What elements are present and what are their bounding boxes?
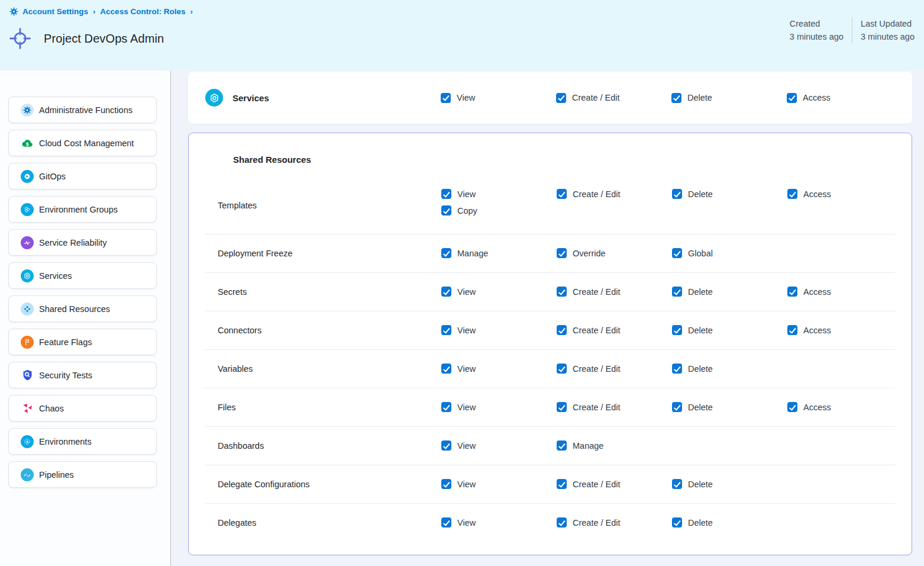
permission-global[interactable]: Global <box>672 248 787 258</box>
sidebar-item-services[interactable]: Services <box>8 262 157 289</box>
sidebar-item-label: Environments <box>39 437 92 446</box>
permission-create-edit[interactable]: Create / Edit <box>557 402 672 412</box>
checkbox-icon <box>441 440 451 451</box>
permission-label: View <box>457 287 476 297</box>
svg-text:$: $ <box>25 142 28 147</box>
permission-delete[interactable]: Delete <box>672 479 787 489</box>
sidebar-item-gitops[interactable]: GitOps <box>8 163 157 189</box>
checkbox-icon <box>557 287 567 297</box>
permission-row-secrets: SecretsViewCreate / EditDeleteAccess <box>189 272 912 311</box>
permission-access[interactable]: Access <box>787 189 903 199</box>
permission-cell: Create / Edit <box>557 517 672 528</box>
svg-text:$: $ <box>26 440 28 443</box>
permission-access[interactable]: Access <box>787 287 903 297</box>
checkbox-icon <box>787 189 797 199</box>
permission-manage[interactable]: Manage <box>441 248 557 258</box>
permission-label: Create / Edit <box>573 403 621 412</box>
breadcrumb: Account Settings›Access Control: Roles› <box>9 7 193 16</box>
permission-delete[interactable]: Delete <box>672 402 787 412</box>
permission-delete[interactable]: Delete <box>672 325 787 335</box>
sidebar-item-environment-groups[interactable]: Environment Groups <box>8 196 157 223</box>
sidebar-item-security-tests[interactable]: Security Tests <box>8 362 157 388</box>
permission-delete[interactable]: Delete <box>672 189 787 199</box>
permission-label: Access <box>803 189 831 199</box>
permission-row-deployment-freeze: Deployment FreezeManageOverrideGlobal <box>189 234 912 272</box>
permission-label: Access <box>803 326 831 335</box>
sidebar-item-label: GitOps <box>39 172 66 181</box>
meta-created: Created3 minutes ago <box>781 17 852 43</box>
permission-cell: Delete <box>672 364 787 374</box>
sidebar-item-shared-resources[interactable]: Shared Resources <box>8 295 157 322</box>
sidebar-item-chaos[interactable]: Chaos <box>8 395 157 422</box>
permission-view[interactable]: View <box>441 440 557 451</box>
permission-delete[interactable]: Delete <box>672 287 787 297</box>
services-icon <box>205 89 223 107</box>
permission-cell: View <box>441 287 557 297</box>
permission-access[interactable]: Access <box>787 93 902 103</box>
permission-view[interactable]: View <box>441 189 557 199</box>
permission-access[interactable]: Access <box>787 402 903 412</box>
permission-label: View <box>457 189 476 199</box>
permission-view[interactable]: View <box>441 364 557 374</box>
breadcrumb-link-account-settings[interactable]: Account Settings <box>22 7 88 16</box>
permission-cell: Create / Edit <box>557 364 672 374</box>
checkbox-icon <box>672 364 682 374</box>
permission-create-edit[interactable]: Create / Edit <box>557 517 672 528</box>
checkbox-icon <box>672 402 682 412</box>
permission-rows: TemplatesViewCopyCreate / EditDeleteAcce… <box>189 176 912 542</box>
permission-view[interactable]: View <box>441 287 557 297</box>
permission-view[interactable]: View <box>441 325 557 335</box>
permission-access[interactable]: Access <box>787 325 903 335</box>
permission-copy[interactable]: Copy <box>441 205 557 216</box>
permission-delete[interactable]: Delete <box>672 517 787 528</box>
permission-label: Delete <box>688 403 713 412</box>
permission-create-edit[interactable]: Create / Edit <box>557 287 672 297</box>
sidebar-item-service-reliability[interactable]: Service Reliability <box>8 229 157 256</box>
permission-create-edit[interactable]: Create / Edit <box>557 364 672 374</box>
breadcrumb-link-access-control-roles[interactable]: Access Control: Roles <box>100 7 185 16</box>
permission-view[interactable]: View <box>441 479 557 489</box>
permission-delete[interactable]: Delete <box>672 364 787 374</box>
permission-cell: Delete <box>672 287 787 297</box>
permission-cell: Override <box>557 248 672 258</box>
checkbox-icon <box>557 364 567 374</box>
meta-value: 3 minutes ago <box>790 30 844 43</box>
permission-label: Access <box>803 403 831 412</box>
sidebar-item-label: Chaos <box>39 404 64 413</box>
checkbox-icon <box>672 287 682 297</box>
permission-create-edit[interactable]: Create / Edit <box>556 93 671 103</box>
meta-label: Created <box>790 17 844 30</box>
permission-create-edit[interactable]: Create / Edit <box>557 325 672 335</box>
checkbox-icon <box>441 364 451 374</box>
environment-groups-icon <box>21 203 34 216</box>
permission-create-edit[interactable]: Create / Edit <box>557 189 672 199</box>
sidebar-item-administrative-functions[interactable]: Administrative Functions <box>8 97 157 123</box>
checkbox-icon <box>441 205 451 216</box>
sidebar-item-feature-flags[interactable]: Feature Flags <box>8 329 157 355</box>
meta-value: 3 minutes ago <box>861 30 915 43</box>
permission-label: Manage <box>573 441 603 451</box>
permission-label: View <box>457 364 476 374</box>
chaos-icon <box>21 402 34 415</box>
permission-label: Access <box>803 93 831 102</box>
permission-delete[interactable]: Delete <box>671 93 787 103</box>
permission-label: Delete <box>688 364 713 374</box>
sidebar-item-cloud-cost-management[interactable]: $Cloud Cost Management <box>8 130 157 156</box>
checkbox-icon <box>441 517 451 528</box>
permission-label: View <box>457 518 476 528</box>
permission-view[interactable]: View <box>441 517 557 528</box>
sidebar-item-environments[interactable]: $Environments <box>8 428 157 455</box>
resource-label: Delegate Configurations <box>218 480 441 489</box>
sidebar-item-pipelines[interactable]: Pipelines <box>8 461 157 488</box>
permission-view[interactable]: View <box>441 402 557 412</box>
permission-view[interactable]: View <box>441 93 556 103</box>
permission-create-edit[interactable]: Create / Edit <box>557 479 672 489</box>
permission-label: View <box>457 441 476 451</box>
permission-override[interactable]: Override <box>557 248 672 258</box>
permission-manage[interactable]: Manage <box>557 440 672 451</box>
permission-row-templates: TemplatesViewCopyCreate / EditDeleteAcce… <box>189 176 912 234</box>
permission-label: Delete <box>688 480 713 489</box>
checkbox-icon <box>557 325 567 335</box>
checkbox-icon <box>441 479 451 489</box>
shared-resources-permission-card: Shared Resources TemplatesViewCopyCreate… <box>188 133 912 555</box>
